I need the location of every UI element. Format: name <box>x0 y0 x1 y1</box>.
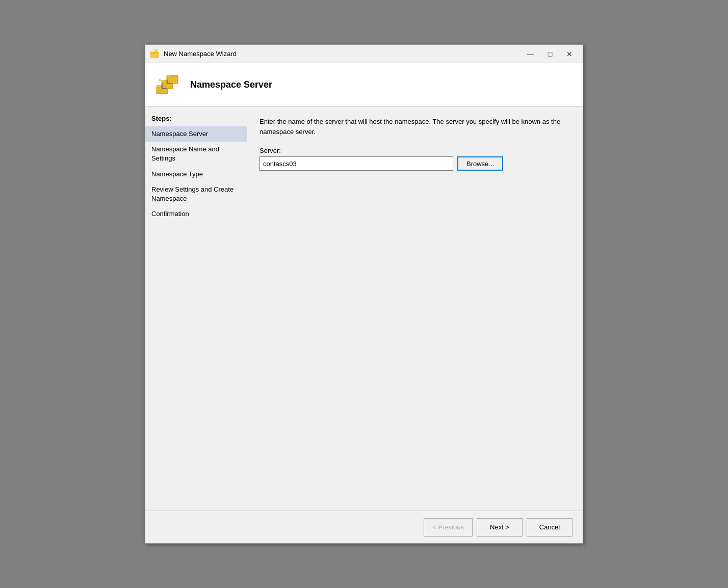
wizard-header: ✦ Namespace Server <box>145 63 583 106</box>
steps-label: Steps: <box>145 113 247 126</box>
title-bar-controls: — □ ✕ <box>522 47 579 61</box>
svg-text:★: ★ <box>153 49 159 54</box>
sidebar-item-confirmation[interactable]: Confirmation <box>145 206 247 222</box>
main-content: Enter the name of the server that will h… <box>247 106 583 511</box>
sidebar-item-namespace-type[interactable]: Namespace Type <box>145 167 247 182</box>
wizard-title: Namespace Server <box>190 79 272 90</box>
close-button[interactable]: ✕ <box>560 47 579 61</box>
previous-button[interactable]: < Previous <box>424 518 473 537</box>
maximize-button[interactable]: □ <box>541 47 559 61</box>
sidebar-item-namespace-name[interactable]: Namespace Name and Settings <box>145 142 247 166</box>
content-spacer <box>259 177 570 500</box>
wizard-window: ★ New Namespace Wizard — □ ✕ ✦ <box>145 44 583 544</box>
titlebar-icon: ★ <box>149 49 160 59</box>
minimize-button[interactable]: — <box>522 47 540 61</box>
cancel-button[interactable]: Cancel <box>527 518 573 537</box>
server-input-row: Browse... <box>259 156 570 171</box>
server-input[interactable] <box>259 156 453 171</box>
content-area: Steps: Namespace Server Namespace Name a… <box>145 106 583 511</box>
sidebar-item-namespace-server[interactable]: Namespace Server <box>145 126 247 142</box>
description-text: Enter the name of the server that will h… <box>259 117 565 137</box>
server-form-group: Server: Browse... <box>259 147 570 171</box>
wizard-footer: < Previous Next > Cancel <box>145 511 583 543</box>
server-label: Server: <box>259 147 570 154</box>
browse-button[interactable]: Browse... <box>457 156 503 171</box>
next-button[interactable]: Next > <box>477 518 523 537</box>
sidebar-item-review-settings[interactable]: Review Settings and Create Namespace <box>145 182 247 206</box>
sidebar: Steps: Namespace Server Namespace Name a… <box>145 106 247 511</box>
title-bar-text: New Namespace Wizard <box>164 50 522 58</box>
svg-text:✦: ✦ <box>157 76 163 84</box>
title-bar: ★ New Namespace Wizard — □ ✕ <box>145 45 583 63</box>
wizard-icon: ✦ <box>155 71 182 98</box>
